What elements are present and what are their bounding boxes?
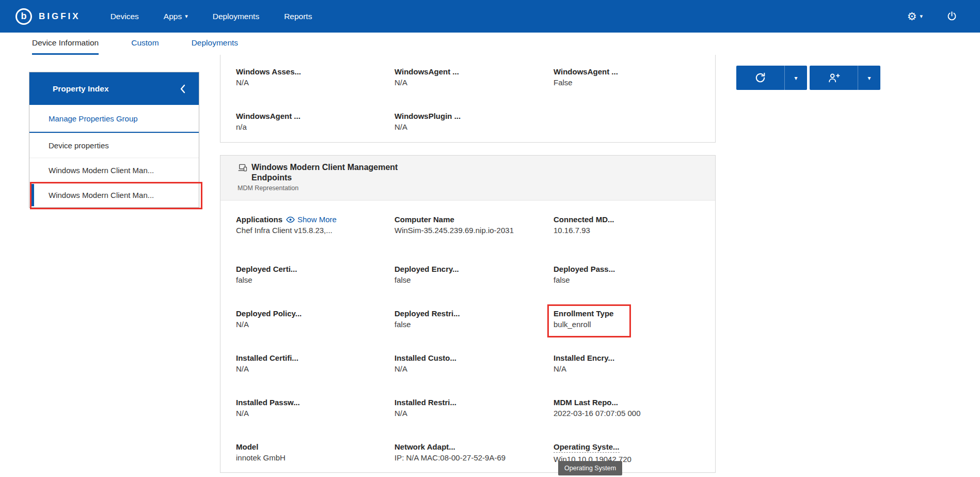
property-value: N/A [394,78,554,87]
mdm-last-report-property: MDM Last Repo... 2022-03-16 07:07:05 000 [554,398,700,442]
property-value: bulk_enroll [554,320,700,329]
nav-apps-label: Apps [164,12,182,21]
property-value: IP: N/A MAC:08-00-27-52-9A-69 [394,453,554,462]
property-value: Chef Infra Client v15.8.23,... [236,226,394,235]
show-more-label: Show More [297,215,337,224]
property-value: N/A [394,122,554,131]
property-label: Installed Encry... [554,353,700,362]
device-endpoint-icon [238,163,248,173]
deployed-encryption-property: Deployed Encry... false [394,265,554,309]
collapse-panel-button[interactable] [180,84,185,94]
property-label: WindowsAgent ... [394,67,554,76]
property-label: Installed Certifi... [236,353,394,362]
sidebar-item-windows-modern-client-management[interactable]: Windows Modern Client Man... [29,158,199,182]
sidebar-item-device-properties[interactable]: Device properties [29,133,199,158]
property-label: WindowsAgent ... [554,67,700,76]
bigfix-logo-icon: b [15,8,32,25]
property-label: Connected MD... [554,215,700,224]
logo-letter: b [21,11,27,21]
chevron-down-icon: ▾ [867,74,871,82]
applications-property: Applications Show More Chef Infra Client… [236,215,394,265]
settings-menu-button[interactable]: ⚙ ▾ [907,11,923,22]
installed-encryption-property: Installed Encry... N/A [554,353,700,398]
gear-icon: ⚙ [907,11,917,22]
deployed-restrictions-property: Deployed Restri... false [394,309,554,353]
property-value: N/A [554,364,700,373]
add-user-button[interactable]: ▾ [810,66,880,90]
property-cell: WindowsAgent ... N/A [394,67,554,112]
chevron-down-icon: ▾ [920,13,923,20]
property-value: false [394,320,554,329]
device-properties-grid: Windows Asses... N/A WindowsAgent ... N/… [236,67,700,131]
property-label: Computer Name [394,215,554,224]
property-value: false [554,275,700,284]
property-value: N/A [236,409,394,418]
power-icon [946,11,957,22]
bigfix-logo[interactable]: b BIGFIX [15,8,81,25]
property-label: Windows Asses... [236,67,394,76]
property-label: Deployed Encry... [394,265,554,273]
tab-device-information[interactable]: Device Information [32,33,99,55]
network-adapter-property: Network Adapt... IP: N/A MAC:08-00-27-52… [394,442,554,464]
show-more-link[interactable]: Show More [286,215,337,224]
tab-deployments[interactable]: Deployments [192,33,238,55]
property-value: N/A [394,364,554,373]
chevron-down-icon: ▾ [794,74,797,82]
property-cell: WindowsAgent ... n/a [236,112,394,131]
property-value: WinSim-35.245.239.69.nip.io-2031 [394,226,554,235]
model-property: Model innotek GmbH [236,442,394,464]
property-label: Operating Syste... [554,442,700,453]
property-label: WindowsPlugin ... [394,112,554,120]
property-value: False [554,78,700,87]
tooltip-trigger[interactable]: Operating Syste... [554,442,620,453]
installed-certificates-property: Installed Certifi... N/A [236,353,394,398]
property-value: N/A [236,320,394,329]
property-index-header[interactable]: Property Index [29,72,199,105]
deploy-button-main[interactable] [736,66,784,90]
sidebar-item-manage-properties-group[interactable]: Manage Properties Group [29,105,199,133]
property-label: WindowsAgent ... [236,112,394,120]
property-label: MDM Last Repo... [554,398,700,407]
deploy-button[interactable]: ▾ [736,66,807,90]
tab-custom[interactable]: Custom [131,33,159,55]
property-value: 10.16.7.93 [554,226,700,235]
property-label: Installed Restri... [394,398,554,407]
installed-custom-property: Installed Custo... N/A [394,353,554,398]
sidebar-item-label: Windows Modern Client Man... [49,191,154,199]
brand-name: BIGFIX [39,11,81,22]
nav-apps[interactable]: Apps ▾ [164,12,188,21]
property-value: N/A [394,409,554,418]
property-index-panel: Property Index Manage Properties Group D… [29,72,199,208]
property-label: Installed Passw... [236,398,394,407]
deployed-policy-property: Deployed Policy... N/A [236,309,394,353]
property-value: innotek GmbH [236,453,394,462]
property-label: Enrollment Type [554,309,700,318]
installed-restrictions-property: Installed Restri... N/A [394,398,554,442]
nav-devices[interactable]: Devices [110,12,139,21]
deployed-passcode-property: Deployed Pass... false [554,265,700,309]
add-user-dropdown-toggle[interactable]: ▾ [858,66,880,90]
property-cell: WindowsPlugin ... N/A [394,112,554,131]
deployed-certificate-property: Deployed Certi... false [236,265,394,309]
property-cell: Windows Asses... N/A [236,67,394,112]
chevron-left-icon [180,84,185,94]
nav-reports[interactable]: Reports [284,12,312,21]
sidebar-item-windows-modern-client-management-endpoints[interactable]: Windows Modern Client Man... [29,182,199,207]
navbar-right: ⚙ ▾ [907,11,957,22]
property-label: Network Adapt... [394,442,554,451]
property-value: N/A [236,78,394,87]
logout-button[interactable] [946,11,957,22]
add-user-icon [828,72,840,84]
wmcm-endpoints-card: Windows Modern Client Management Endpoin… [220,155,716,473]
deploy-refresh-icon [754,72,766,84]
endpoints-properties-grid: Applications Show More Chef Infra Client… [220,201,715,464]
property-value: false [236,275,394,284]
card-subtitle: MDM Representation [238,184,700,192]
installed-passcode-property: Installed Passw... N/A [236,398,394,442]
property-cell: WindowsAgent ... False [554,67,700,112]
nav-deployments[interactable]: Deployments [213,12,259,21]
property-label: Installed Custo... [394,353,554,362]
deploy-dropdown-toggle[interactable]: ▾ [784,66,807,90]
add-user-button-main[interactable] [810,66,858,90]
property-label: Deployed Policy... [236,309,394,318]
